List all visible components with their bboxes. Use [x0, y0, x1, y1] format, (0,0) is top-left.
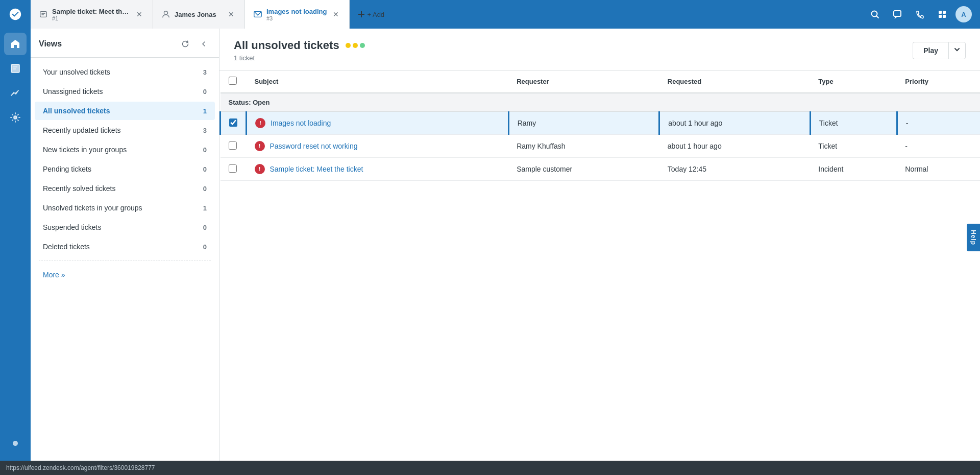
tab-images-not-loading[interactable]: Images not loading #3 ✕: [245, 0, 350, 29]
select-all-header[interactable]: [220, 70, 247, 93]
table-container: Subject Requester Requested Type Priorit…: [219, 70, 980, 461]
sidebar-title: Views: [39, 39, 62, 49]
ticket-icon: [39, 10, 48, 19]
nav-tickets[interactable]: [4, 57, 27, 80]
svg-point-17: [14, 116, 17, 119]
close-tab-2[interactable]: ✕: [226, 9, 236, 19]
top-bar-actions: A: [857, 5, 980, 23]
nav-zendesk-logo[interactable]: [4, 432, 27, 455]
ticket-subject[interactable]: Sample ticket: Meet the ticket: [270, 165, 363, 173]
row-checkbox-cell[interactable]: [220, 112, 247, 135]
dot-yellow-2: [353, 43, 358, 48]
table-row[interactable]: ! Images not loading Ramy about 1 hour a…: [220, 112, 981, 135]
sidebar-actions: [178, 37, 211, 51]
refresh-button[interactable]: [178, 37, 192, 51]
tab-subtitle: #1: [52, 15, 130, 21]
subject-cell: ! Password reset not working: [247, 135, 509, 158]
svg-line-8: [877, 16, 879, 18]
svg-rect-12: [939, 15, 942, 18]
collapse-button[interactable]: [197, 37, 211, 51]
sidebar-item-count: 3: [203, 68, 207, 76]
svg-rect-9: [894, 11, 901, 16]
play-dropdown-button[interactable]: [948, 42, 966, 59]
main-layout: Views Your unsolved tickets 3 Unassigned…: [0, 29, 980, 461]
nav-settings[interactable]: [4, 106, 27, 129]
phone-button[interactable]: [911, 5, 929, 23]
requester-cell: Sample customer: [508, 158, 659, 181]
requester-header: Requester: [508, 70, 659, 93]
sidebar-item-label: Pending tickets: [43, 165, 91, 173]
row-checkbox-cell[interactable]: [220, 158, 247, 181]
sidebar-item-count: 0: [203, 165, 207, 173]
requested-header: Requested: [659, 70, 811, 93]
close-tab-3[interactable]: ✕: [331, 9, 341, 19]
ticket-count: 1 ticket: [234, 54, 365, 62]
requester-cell: Ramy: [508, 112, 659, 135]
select-all-checkbox[interactable]: [229, 77, 237, 85]
play-button[interactable]: Play: [913, 42, 948, 59]
requester-cell: Ramy Khuffash: [508, 135, 659, 158]
sidebar-item-label: Suspended tickets: [43, 223, 101, 231]
sidebar-item-count: 0: [203, 88, 207, 96]
sidebar-item-suspended[interactable]: Suspended tickets 0: [35, 218, 215, 236]
status-group-open: Status: Open: [220, 93, 981, 112]
priority-cell: -: [897, 112, 980, 135]
sidebar-item-recently-updated[interactable]: Recently updated tickets 3: [35, 121, 215, 139]
close-tab-1[interactable]: ✕: [134, 9, 144, 19]
nav-reports[interactable]: [4, 82, 27, 104]
nav-brand: [4, 432, 27, 461]
help-button[interactable]: Help: [967, 224, 980, 251]
nav-home[interactable]: [4, 33, 27, 55]
sidebar-item-your-unsolved[interactable]: Your unsolved tickets 3: [35, 63, 215, 81]
ticket-subject[interactable]: Password reset not working: [270, 142, 358, 150]
page-title: All unsolved tickets: [234, 39, 339, 52]
sidebar-item-recently-solved[interactable]: Recently solved tickets 0: [35, 179, 215, 198]
left-nav: [0, 29, 31, 461]
priority-cell: -: [897, 135, 980, 158]
sidebar-item-new-in-groups[interactable]: New tickets in your groups 0: [35, 140, 215, 159]
play-btn-group: Play: [913, 42, 966, 59]
sidebar-list: Your unsolved tickets 3 Unassigned ticke…: [31, 58, 219, 461]
tab-content: Images not loading #3: [266, 8, 327, 21]
tab-james-jonas[interactable]: James Jonas ✕: [153, 0, 245, 29]
row-checkbox[interactable]: [229, 141, 237, 150]
type-header: Type: [810, 70, 897, 93]
type-cell: Ticket: [810, 135, 897, 158]
subject-cell: ! Sample ticket: Meet the ticket: [247, 158, 509, 181]
dot-yellow: [346, 43, 351, 48]
sidebar-item-label: Unsolved tickets in your groups: [43, 204, 142, 212]
tab-sample-ticket[interactable]: Sample ticket: Meet the tic... #1 ✕: [31, 0, 153, 29]
sidebar-item-count: 3: [203, 127, 207, 134]
tab-title: Images not loading: [266, 8, 327, 15]
add-tab-button[interactable]: + Add: [350, 0, 393, 29]
apps-button[interactable]: [933, 5, 951, 23]
sidebar-item-deleted[interactable]: Deleted tickets 0: [35, 238, 215, 256]
status-group-label: Status: Open: [220, 93, 981, 112]
content-header: All unsolved tickets 1 ticket Play: [219, 29, 980, 70]
sidebar-item-label: Your unsolved tickets: [43, 68, 110, 76]
sidebar: Views Your unsolved tickets 3 Unassigned…: [31, 29, 219, 461]
sidebar-item-unsolved-groups[interactable]: Unsolved tickets in your groups 1: [35, 199, 215, 217]
search-button[interactable]: [866, 5, 884, 23]
email-icon: [253, 10, 262, 19]
sidebar-item-pending[interactable]: Pending tickets 0: [35, 160, 215, 178]
svg-point-3: [164, 11, 167, 15]
content-title-section: All unsolved tickets 1 ticket: [234, 39, 365, 62]
requested-cell: about 1 hour ago: [659, 112, 811, 135]
sidebar-item-count: 1: [203, 204, 207, 212]
tickets-table: Subject Requester Requested Type Priorit…: [219, 70, 980, 181]
table-row[interactable]: ! Password reset not working Ramy Khuffa…: [220, 135, 981, 158]
row-checkbox[interactable]: [229, 164, 237, 173]
sidebar-item-unassigned[interactable]: Unassigned tickets 0: [35, 82, 215, 101]
subject-header: Subject: [247, 70, 509, 93]
row-checkbox[interactable]: [229, 118, 237, 127]
chat-button[interactable]: [888, 5, 906, 23]
row-checkbox-cell[interactable]: [220, 135, 247, 158]
avatar[interactable]: A: [955, 6, 972, 22]
sidebar-more-link[interactable]: More »: [31, 265, 219, 285]
requested-cell: Today 12:45: [659, 158, 811, 181]
ticket-subject[interactable]: Images not loading: [271, 119, 331, 127]
sidebar-item-all-unsolved[interactable]: All unsolved tickets 1: [35, 102, 215, 120]
add-tab-label: + Add: [367, 11, 384, 18]
table-row[interactable]: ! Sample ticket: Meet the ticket Sample …: [220, 158, 981, 181]
